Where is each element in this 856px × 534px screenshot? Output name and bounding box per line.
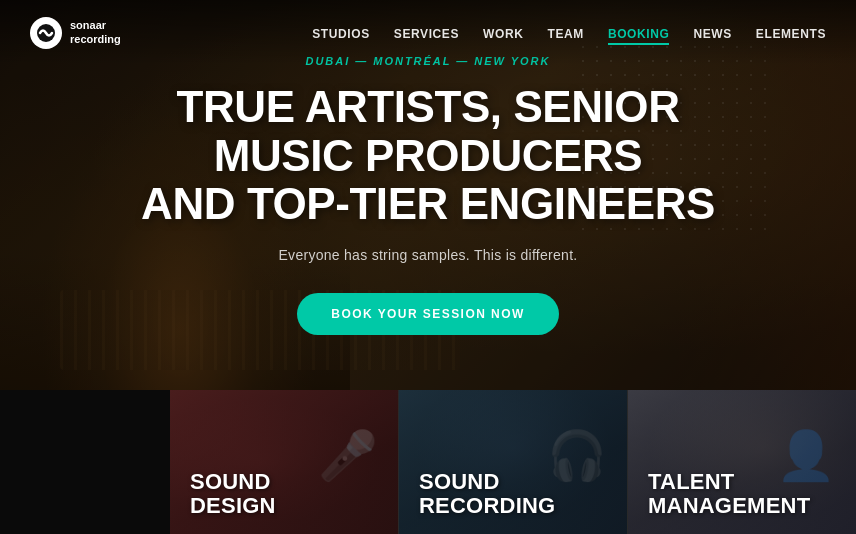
logo-icon <box>30 17 62 49</box>
service-card-sound-design[interactable]: 🎤 SOUND DESIGN <box>170 390 398 534</box>
nav-elements[interactable]: ELEMENTS <box>756 27 826 41</box>
navbar: sonaar recording STUDIOS SERVICES WORK T… <box>0 0 856 65</box>
nav-booking[interactable]: BOOKING <box>608 27 670 45</box>
nav-team[interactable]: TEAM <box>548 27 584 41</box>
nav-studios[interactable]: STUDIOS <box>312 27 370 41</box>
service-label-1: SOUND DESIGN <box>190 470 276 518</box>
nav-links: STUDIOS SERVICES WORK TEAM BOOKING NEWS … <box>312 24 826 42</box>
nav-work[interactable]: WORK <box>483 27 523 41</box>
service-label-2: SOUND RECORDING <box>419 470 555 518</box>
nav-services[interactable]: SERVICES <box>394 27 459 41</box>
service-card-talent-management[interactable]: 👤 TALENT MANAGEMENT <box>627 390 856 534</box>
services-row: 🎤 SOUND DESIGN 🎧 SOUND RECORDING 👤 TALEN… <box>0 390 856 534</box>
nav-news[interactable]: NEWS <box>693 27 731 41</box>
logo-text: sonaar recording <box>70 19 121 45</box>
cta-button[interactable]: BOOK YOUR SESSION NOW <box>297 293 558 335</box>
left-black-strip <box>0 390 170 534</box>
hero-title: TRUE ARTISTS, SENIOR MUSIC PRODUCERS AND… <box>128 83 728 228</box>
service-label-3: TALENT MANAGEMENT <box>648 470 810 518</box>
service-card-sound-recording[interactable]: 🎧 SOUND RECORDING <box>398 390 627 534</box>
mic-icon: 🎤 <box>318 428 378 484</box>
headphones-icon: 🎧 <box>547 428 607 484</box>
hero-content: DUBAI — MONTRÉAL — NEW YORK TRUE ARTISTS… <box>88 55 768 334</box>
hero-subtitle: Everyone has string samples. This is dif… <box>128 247 728 263</box>
logo[interactable]: sonaar recording <box>30 17 121 49</box>
